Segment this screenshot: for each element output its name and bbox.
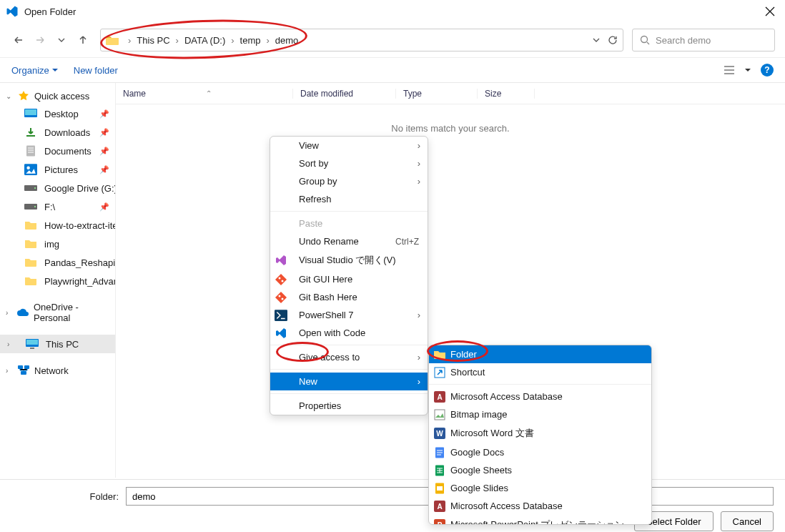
cm-new-gsheets[interactable]: Google Sheets <box>429 461 651 479</box>
cm-sort[interactable]: Sort by <box>270 154 428 172</box>
svg-point-16 <box>279 277 281 279</box>
svg-text:W: W <box>436 430 443 438</box>
cm-powershell[interactable]: PowerShell 7 <box>270 306 428 324</box>
sidebar-item-fdrive[interactable]: F:\📌 <box>0 197 115 216</box>
menu-separator <box>270 369 428 370</box>
refresh-icon[interactable] <box>607 34 618 46</box>
sidebar-item-img[interactable]: img <box>0 235 115 253</box>
gsheets-icon <box>433 465 446 476</box>
svg-point-0 <box>641 36 648 43</box>
chevron-down-icon[interactable] <box>593 36 600 44</box>
svg-rect-3 <box>26 146 35 157</box>
chevron-right-icon[interactable]: › <box>172 35 183 46</box>
close-icon[interactable] <box>765 6 775 16</box>
cm-new[interactable]: New <box>270 373 428 390</box>
cm-properties[interactable]: Properties <box>270 397 428 415</box>
sidebar-thispc[interactable]: ›This PC <box>0 335 115 353</box>
sidebar-quick-access[interactable]: ⌄Quick access <box>0 87 115 104</box>
svg-text:A: A <box>437 503 442 511</box>
column-name[interactable]: Name⌃ <box>116 89 293 99</box>
up-button[interactable] <box>74 31 92 49</box>
cm-giveaccess[interactable]: Give access to <box>270 348 428 366</box>
svg-rect-24 <box>435 410 445 420</box>
pin-icon: 📌 <box>99 128 109 137</box>
cm-new-folder[interactable]: Folder <box>429 345 651 363</box>
pin-icon: 📌 <box>99 147 109 156</box>
powerpoint-icon: P <box>433 519 446 525</box>
chevron-right-icon[interactable]: › <box>227 35 238 46</box>
breadcrumb-temp[interactable]: temp <box>239 35 262 46</box>
folder-icon <box>24 238 37 250</box>
column-date[interactable]: Date modified <box>293 89 396 99</box>
sidebar-item-pandas[interactable]: Pandas_Reshaping… <box>0 253 115 272</box>
sidebar-item-playwright[interactable]: Playwright_Advan… <box>0 272 115 290</box>
menu-separator <box>429 384 651 385</box>
sidebar-item-howto[interactable]: How-to-extract-ite… <box>0 216 115 235</box>
cancel-button[interactable]: Cancel <box>721 511 774 531</box>
sidebar-item-pictures[interactable]: Pictures📌 <box>0 160 115 179</box>
folder-icon <box>24 220 37 231</box>
breadcrumb-demo[interactable]: demo <box>274 35 300 46</box>
sidebar-item-downloads[interactable]: Downloads📌 <box>0 123 115 142</box>
cm-new-word[interactable]: WMicrosoft Word 文書 <box>429 423 651 443</box>
sidebar-item-desktop[interactable]: Desktop📌 <box>0 104 115 123</box>
recent-dropdown[interactable] <box>53 31 70 49</box>
word-icon: W <box>433 428 446 439</box>
thispc-icon <box>26 338 39 350</box>
sidebar-onedrive[interactable]: ›OneDrive - Personal <box>0 299 115 326</box>
cm-new-bitmap[interactable]: Bitmap image <box>429 405 651 423</box>
cm-visualstudio[interactable]: Visual Studio で開く(V) <box>270 250 428 270</box>
folder-icon <box>24 257 37 268</box>
pictures-icon <box>24 164 37 175</box>
star-icon <box>17 90 30 102</box>
sidebar-network[interactable]: ›Network <box>0 362 115 379</box>
svg-rect-30 <box>437 486 443 491</box>
cm-group[interactable]: Group by <box>270 172 428 190</box>
context-menu-new: Folder Shortcut AMicrosoft Access Databa… <box>428 345 652 525</box>
cm-new-shortcut[interactable]: Shortcut <box>429 363 651 381</box>
toolbar: Organize New folder ? <box>0 57 785 83</box>
new-folder-button[interactable]: New folder <box>74 65 118 76</box>
chevron-right-icon[interactable]: › <box>262 35 273 46</box>
download-icon <box>24 127 37 138</box>
back-button[interactable] <box>10 31 27 49</box>
sidebar-item-gdrive[interactable]: Google Drive (G:) <box>0 179 115 197</box>
breadcrumb-thispc[interactable]: This PC <box>135 35 171 46</box>
column-type[interactable]: Type <box>396 89 478 99</box>
view-options-icon[interactable] <box>724 65 735 75</box>
cm-paste: Paste <box>270 215 428 232</box>
help-icon[interactable]: ? <box>761 64 774 77</box>
sidebar-item-documents[interactable]: Documents📌 <box>0 142 115 160</box>
caret-down-icon <box>52 67 58 73</box>
gslides-icon <box>433 483 446 494</box>
svg-rect-15 <box>21 371 26 375</box>
cm-new-access2[interactable]: AMicrosoft Access Database <box>429 497 651 515</box>
cm-new-gslides[interactable]: Google Slides <box>429 479 651 497</box>
cm-view[interactable]: View <box>270 137 428 154</box>
cm-new-ppt[interactable]: PMicrosoft PowerPoint プレゼンテーション <box>429 515 651 525</box>
column-size[interactable]: Size <box>478 89 535 99</box>
cm-refresh[interactable]: Refresh <box>270 190 428 208</box>
pin-icon: 📌 <box>99 165 109 174</box>
breadcrumb-data-d[interactable]: DATA (D:) <box>183 35 227 46</box>
caret-down-icon[interactable] <box>745 67 751 73</box>
svg-point-5 <box>26 167 30 170</box>
address-bar[interactable]: › This PC › DATA (D:) › temp › demo <box>100 29 623 51</box>
svg-point-17 <box>282 280 284 282</box>
cm-new-gdocs[interactable]: Google Docs <box>429 443 651 461</box>
forward-button[interactable] <box>31 31 49 49</box>
cm-undo[interactable]: Undo RenameCtrl+Z <box>270 232 428 250</box>
cm-gitgui[interactable]: Git GUI Here <box>270 270 428 288</box>
image-icon <box>433 409 446 420</box>
document-icon <box>24 145 37 157</box>
svg-rect-13 <box>18 365 23 369</box>
chevron-right-icon[interactable]: › <box>124 35 135 46</box>
cm-openwithcode[interactable]: Open with Code <box>270 324 428 342</box>
empty-message: No items match your search. <box>116 123 785 134</box>
cm-gitbash[interactable]: Git Bash Here <box>270 288 428 306</box>
access-icon: A <box>433 391 446 403</box>
search-input[interactable]: Search demo <box>632 29 775 51</box>
organize-button[interactable]: Organize <box>11 65 58 76</box>
svg-point-19 <box>282 297 284 300</box>
cm-new-access[interactable]: AMicrosoft Access Database <box>429 388 651 405</box>
